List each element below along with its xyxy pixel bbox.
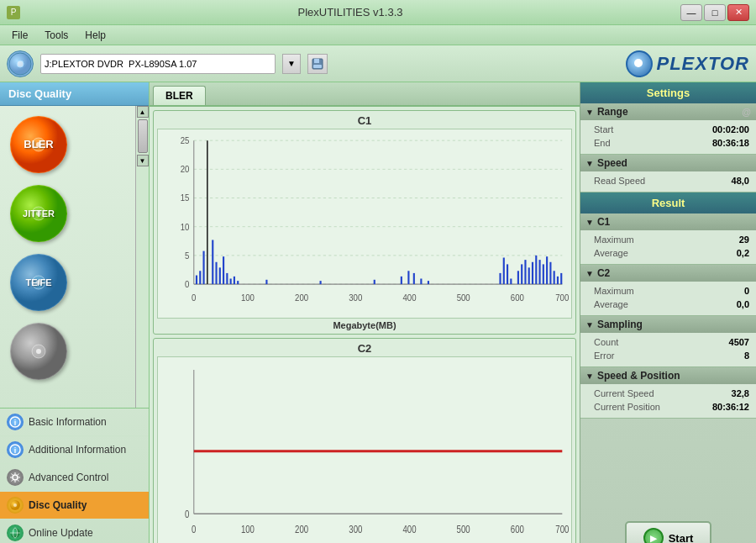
start-button[interactable]: ▶ Start	[625, 521, 712, 543]
svg-rect-67	[401, 277, 402, 284]
c2-result-header: ▼ C2	[580, 265, 756, 282]
svg-text:400: 400	[402, 292, 416, 303]
sidebar-item-advanced-control[interactable]: Advanced Control	[0, 464, 149, 492]
speed-position-header: ▼ Speed & Position	[580, 367, 756, 384]
sidebar-item-disc-quality[interactable]: Disc Quality	[0, 492, 149, 519]
c2-result-label: C2	[597, 267, 610, 279]
c1-maximum-label: Maximum	[594, 235, 634, 245]
read-speed-row: Read Speed 48,0	[594, 174, 749, 187]
close-button[interactable]: ✕	[727, 4, 749, 21]
menu-help[interactable]: Help	[76, 28, 114, 43]
sidebar-item-online-update[interactable]: Online Update	[0, 519, 149, 543]
speed-section: ▼ Speed Read Speed 48,0	[580, 155, 756, 192]
menu-tools[interactable]: Tools	[36, 28, 76, 43]
sidebar-header: Disc Quality	[0, 82, 149, 106]
svg-text:0: 0	[185, 278, 189, 289]
svg-rect-71	[428, 281, 429, 284]
plextor-logo-icon	[626, 50, 653, 77]
sidebar-item-basic-information[interactable]: i Basic Information	[0, 409, 149, 436]
svg-rect-61	[230, 278, 232, 284]
sampling-error-value: 8	[744, 351, 749, 361]
range-end-row: End 80:36:18	[594, 136, 749, 150]
sidebar: Disc Quality BLER	[0, 82, 150, 543]
svg-rect-73	[503, 258, 505, 285]
c2-chart-container: C2 0 0 100 200 300 400 500	[153, 338, 576, 544]
svg-rect-64	[265, 280, 267, 284]
sampling-count-row: Count 4507	[594, 335, 749, 349]
c2-chart-svg: 0 0 100 200 300 400 500 600 700	[158, 357, 571, 544]
sampling-label: Sampling	[597, 319, 643, 330]
app-icon: P	[7, 6, 20, 19]
svg-text:5: 5	[185, 250, 189, 261]
menu-file[interactable]: File	[3, 28, 36, 43]
sampling-count-value: 4507	[729, 337, 749, 347]
minimize-button[interactable]: —	[680, 4, 702, 21]
sampling-count-label: Count	[594, 337, 618, 347]
menubar: File Tools Help	[0, 25, 756, 45]
c1-result-label: C1	[597, 216, 610, 228]
tab-bar: BLER	[150, 82, 580, 107]
speed-position-arrow-icon: ▼	[585, 372, 594, 381]
speed-section-header: ▼ Speed	[580, 155, 756, 171]
c2-average-label: Average	[594, 299, 628, 309]
c1-average-value: 0,2	[737, 248, 749, 258]
tefe-disc-item[interactable]: TE/FE	[7, 250, 129, 314]
tab-bler[interactable]: BLER	[153, 86, 206, 105]
speed-label: Speed	[597, 157, 627, 169]
svg-point-19	[36, 349, 41, 354]
range-start-row: Start 00:02:00	[594, 123, 749, 136]
svg-rect-3	[314, 59, 319, 63]
read-speed-value: 48,0	[732, 176, 749, 186]
svg-text:200: 200	[295, 521, 308, 534]
svg-point-1	[17, 61, 24, 67]
svg-rect-87	[557, 277, 559, 284]
basic-information-icon: i	[7, 414, 24, 430]
c1-chart-inner: 0 5 10 15 20 25 0 100 200 300 400 500 60…	[157, 129, 572, 319]
sidebar-scrollbar[interactable]: ▲ ▼	[135, 106, 149, 408]
disc-icons-area: BLER	[0, 106, 135, 408]
online-update-label: Online Update	[29, 527, 93, 539]
svg-rect-62	[234, 277, 235, 284]
fourth-disc-item[interactable]	[7, 319, 129, 383]
c1-maximum-row: Maximum 29	[594, 233, 749, 246]
drive-dropdown-button[interactable]: ▼	[282, 54, 301, 74]
start-icon: ▶	[643, 528, 664, 543]
svg-rect-88	[560, 273, 562, 284]
current-speed-row: Current Speed 32,8	[594, 387, 749, 400]
c1-chart-svg: 0 5 10 15 20 25 0 100 200 300 400 500 60…	[158, 129, 571, 318]
svg-rect-86	[554, 271, 555, 284]
fourth-badge	[10, 323, 67, 380]
range-end-value: 80:36:18	[712, 138, 749, 148]
scroll-up-button[interactable]: ▲	[137, 106, 149, 118]
plextor-logo: PLEXTOR	[626, 50, 749, 77]
c2-chart-inner: 0 0 100 200 300 400 500 600 700	[157, 356, 572, 544]
scroll-down-button[interactable]: ▼	[137, 155, 149, 166]
c1-chart-title: C1	[157, 114, 572, 127]
range-start-value: 00:02:00	[712, 124, 749, 134]
svg-text:BLER: BLER	[24, 138, 54, 150]
svg-rect-84	[546, 256, 548, 284]
svg-rect-63	[237, 281, 239, 284]
svg-rect-75	[510, 278, 512, 284]
svg-rect-65	[320, 281, 322, 284]
svg-rect-59	[223, 256, 224, 284]
scroll-thumb[interactable]	[138, 119, 148, 153]
jitter-badge: JITTER	[10, 185, 67, 242]
svg-text:500: 500	[457, 521, 470, 534]
result-header: Result	[580, 192, 756, 214]
jitter-disc-item[interactable]: JITTER	[7, 182, 129, 245]
c2-maximum-label: Maximum	[594, 286, 634, 296]
svg-text:0: 0	[192, 292, 196, 303]
svg-rect-80	[532, 262, 533, 284]
bler-disc-item[interactable]: BLER	[7, 113, 129, 177]
c1-result-body: Maximum 29 Average 0,2	[580, 230, 756, 264]
start-button-label: Start	[669, 532, 694, 544]
maximize-button[interactable]: □	[704, 4, 726, 21]
svg-text:600: 600	[511, 521, 524, 534]
current-position-label: Current Position	[594, 402, 660, 412]
drive-select[interactable]	[40, 54, 276, 74]
save-button[interactable]	[307, 54, 328, 74]
sidebar-item-additional-information[interactable]: i Additional Information	[0, 436, 149, 464]
svg-rect-60	[226, 273, 228, 284]
current-position-value: 80:36:12	[712, 402, 749, 412]
